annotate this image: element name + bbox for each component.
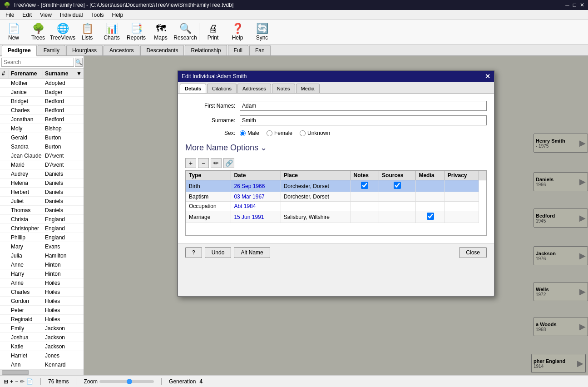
toolbar-research[interactable]: 🔍 Research <box>173 21 197 43</box>
list-item[interactable]: PeterHoiles <box>0 306 84 315</box>
list-item[interactable]: KatieJackson <box>0 342 84 351</box>
list-horizontal-scroll[interactable] <box>0 369 84 375</box>
hscroll-thumb[interactable] <box>2 370 29 375</box>
list-item[interactable]: CharlesHoiles <box>0 288 84 297</box>
toolbar-lists[interactable]: 📋 Lists <box>75 21 99 43</box>
list-item[interactable]: AnnKennard <box>0 360 84 369</box>
list-item[interactable]: MaryEvans <box>0 242 84 251</box>
dlg-tab-media[interactable]: Media <box>296 84 320 93</box>
window-controls[interactable]: ─ □ ✕ <box>565 2 584 8</box>
list-item[interactable]: GeraldBurton <box>0 133 84 142</box>
tab-fan[interactable]: Fan <box>249 45 271 55</box>
toolbar-reports[interactable]: 📑 Reports <box>124 21 148 43</box>
close-btn[interactable]: Close <box>459 247 487 258</box>
event-notes[interactable] <box>351 180 379 192</box>
search-input[interactable] <box>1 58 74 67</box>
search-button[interactable]: 🔍 <box>75 58 83 67</box>
tab-descendants[interactable]: Descendants <box>140 45 184 55</box>
event-sources[interactable] <box>379 180 416 192</box>
event-notes[interactable] <box>351 202 379 211</box>
alt-name-btn[interactable]: Alt Name <box>234 247 270 258</box>
toolbar-print[interactable]: 🖨 Print <box>201 21 225 43</box>
maximize-btn[interactable]: □ <box>573 2 576 8</box>
event-sources[interactable] <box>379 202 416 211</box>
zoom-track[interactable] <box>99 380 154 383</box>
list-item[interactable]: BridgetBedford <box>0 97 84 106</box>
event-notes[interactable] <box>351 192 379 202</box>
events-wrapper[interactable]: Type Date Place Notes Sources Media Priv… <box>185 170 487 236</box>
toolbar-treeviews[interactable]: 🌐 TreeViews <box>51 21 74 43</box>
list-item[interactable]: JaniceBadger <box>0 88 84 97</box>
event-row[interactable]: OccupationAbt 1984 <box>186 202 486 211</box>
list-item[interactable]: JonathanBedford <box>0 115 84 124</box>
status-icon-remove[interactable]: − <box>15 378 18 385</box>
event-row[interactable]: Baptism03 Mar 1967Dorchester, Dorset <box>186 192 486 202</box>
event-row[interactable]: Birth26 Sep 1966Dorchester, Dorset <box>186 180 486 192</box>
sex-unknown-option[interactable]: Unknown <box>300 130 330 136</box>
menu-tools[interactable]: Tools <box>88 11 108 19</box>
col-header-num[interactable]: # <box>0 69 9 78</box>
first-names-input[interactable] <box>240 101 487 111</box>
list-item[interactable]: JulietDaniels <box>0 197 84 206</box>
status-icon-add[interactable]: + <box>10 378 13 385</box>
list-item[interactable]: HerbertDaniels <box>0 188 84 197</box>
undo-btn[interactable]: Undo <box>205 247 232 258</box>
list-item[interactable]: HarrietJones <box>0 351 84 360</box>
list-item[interactable]: MolyBishop <box>0 124 84 133</box>
tab-ancestors[interactable]: Ancestors <box>104 45 139 55</box>
events-edit-btn[interactable]: ✏ <box>211 158 222 168</box>
event-notes[interactable] <box>351 211 379 223</box>
col-header-surname[interactable]: Surname <box>43 69 76 78</box>
list-item[interactable]: JuliaHamilton <box>0 251 84 260</box>
event-sources-check[interactable] <box>394 182 401 189</box>
list-item[interactable]: HelenaDaniels <box>0 179 84 188</box>
sex-female-option[interactable]: Female <box>267 130 292 136</box>
event-privacy[interactable] <box>445 202 479 211</box>
events-remove-btn[interactable]: − <box>198 158 209 168</box>
sex-female-radio[interactable] <box>267 130 272 136</box>
tab-hourglass[interactable]: Hourglass <box>66 45 103 55</box>
event-sources[interactable] <box>379 192 416 202</box>
events-add-btn[interactable]: + <box>185 158 196 168</box>
list-options-btn[interactable]: ▼ <box>76 70 84 77</box>
list-item[interactable]: AnneHoiles <box>0 278 84 288</box>
list-item[interactable]: Jean ClaudeD'Avent <box>0 151 84 160</box>
zoom-thumb[interactable] <box>127 379 132 384</box>
toolbar-new[interactable]: 📄 New <box>2 21 25 43</box>
list-item[interactable]: MotherAdopted <box>0 79 84 88</box>
list-item[interactable]: AnneHinton <box>0 260 84 269</box>
list-item[interactable]: ThomasDaniels <box>0 206 84 215</box>
menu-file[interactable]: File <box>2 11 18 19</box>
more-name-options[interactable]: More Name Options ⌄ <box>185 141 487 154</box>
sex-unknown-radio[interactable] <box>300 130 306 136</box>
surname-input[interactable] <box>240 115 487 125</box>
menu-help[interactable]: Help <box>109 11 127 19</box>
minimize-btn[interactable]: ─ <box>565 2 569 8</box>
list-item[interactable]: ChristopherEngland <box>0 224 84 233</box>
toolbar-trees[interactable]: 🌳 Trees <box>26 21 50 43</box>
list-item[interactable]: CharlesBedford <box>0 106 84 115</box>
events-link-btn[interactable]: 🔗 <box>223 158 234 168</box>
question-btn[interactable]: ? <box>185 247 202 258</box>
event-sources[interactable] <box>379 211 416 223</box>
list-item[interactable]: JoshuaJackson <box>0 333 84 342</box>
event-media-check[interactable] <box>427 213 434 220</box>
tab-relationship[interactable]: Relationship <box>185 45 227 55</box>
dialog-close-btn[interactable]: ✕ <box>485 73 490 80</box>
event-media[interactable] <box>416 180 445 192</box>
status-icon-edit[interactable]: ✏ <box>20 378 25 385</box>
dlg-tab-citations[interactable]: Citations <box>207 84 237 93</box>
dlg-tab-notes[interactable]: Notes <box>272 84 295 93</box>
list-item[interactable]: AudreyDaniels <box>0 169 84 179</box>
list-item[interactable]: ReginaldHoiles <box>0 315 84 324</box>
list-item[interactable]: MariéD'Avent <box>0 160 84 169</box>
list-item[interactable]: ChristaEngland <box>0 215 84 224</box>
list-item[interactable]: GordonHoiles <box>0 297 84 306</box>
event-privacy[interactable] <box>445 180 479 192</box>
event-privacy[interactable] <box>445 192 479 202</box>
event-media[interactable] <box>416 192 445 202</box>
tab-pedigree[interactable]: Pedigree <box>2 45 37 56</box>
list-item[interactable]: SandraBurton <box>0 142 84 151</box>
event-privacy[interactable] <box>445 211 479 223</box>
close-btn[interactable]: ✕ <box>580 2 584 8</box>
